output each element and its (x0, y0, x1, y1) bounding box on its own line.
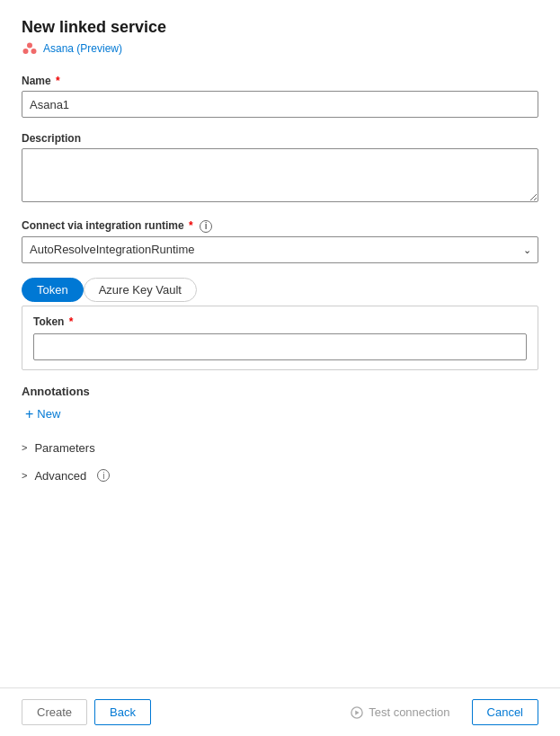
page-title: New linked service (22, 18, 166, 37)
advanced-chevron-icon: > (22, 470, 27, 481)
runtime-select-wrapper: AutoResolveIntegrationRuntime ⌄ (22, 236, 538, 263)
name-input[interactable] (22, 91, 538, 118)
footer-left: Create Back (22, 699, 151, 725)
tab-azure-key-vault[interactable]: Azure Key Vault (84, 278, 197, 302)
back-button[interactable]: Back (94, 699, 151, 725)
asana-icon (22, 40, 38, 57)
main-panel: New linked service Asana (Preview) Name … (0, 0, 560, 687)
svg-point-1 (23, 49, 29, 54)
test-connection-icon (351, 706, 363, 719)
tab-token[interactable]: Token (22, 278, 84, 302)
subtitle-row: Asana (Preview) (22, 40, 538, 57)
svg-point-2 (31, 49, 37, 54)
cancel-button[interactable]: Cancel (472, 699, 538, 725)
subtitle-text: Asana (Preview) (43, 42, 122, 55)
parameters-label: Parameters (34, 441, 94, 455)
runtime-info-icon[interactable]: i (200, 220, 212, 233)
parameters-chevron-icon: > (22, 442, 27, 453)
advanced-expandable[interactable]: > Advanced i (22, 462, 538, 490)
token-label: Token * (33, 315, 527, 328)
runtime-select[interactable]: AutoResolveIntegrationRuntime (22, 236, 538, 263)
runtime-group: Connect via integration runtime * i Auto… (22, 219, 538, 263)
footer-right: Test connection Cancel (336, 699, 538, 725)
annotations-section: Annotations + New (22, 385, 538, 423)
annotations-title: Annotations (22, 385, 538, 398)
runtime-label: Connect via integration runtime * i (22, 219, 538, 233)
token-section: Token * (22, 306, 538, 370)
advanced-label: Advanced (34, 469, 86, 483)
description-label: Description (22, 132, 538, 145)
spacer (22, 490, 538, 669)
name-label: Name * (22, 75, 538, 87)
description-group: Description (22, 132, 538, 205)
add-annotation-button[interactable]: + New (22, 405, 64, 423)
advanced-info-icon[interactable]: i (97, 469, 110, 482)
name-required: * (53, 75, 60, 87)
parameters-expandable[interactable]: > Parameters (22, 434, 538, 462)
create-button[interactable]: Create (22, 699, 87, 725)
auth-tab-group: Token Azure Key Vault (22, 278, 538, 302)
test-connection-button: Test connection (336, 700, 464, 724)
token-input[interactable] (33, 333, 527, 360)
title-row: New linked service (22, 18, 538, 37)
footer: Create Back Test connection Cancel (0, 687, 560, 736)
svg-point-0 (27, 43, 32, 49)
name-group: Name * (22, 75, 538, 118)
plus-icon: + (25, 407, 33, 421)
test-connection-label: Test connection (369, 705, 449, 719)
add-annotation-label: New (37, 407, 60, 421)
description-textarea[interactable] (22, 148, 538, 202)
